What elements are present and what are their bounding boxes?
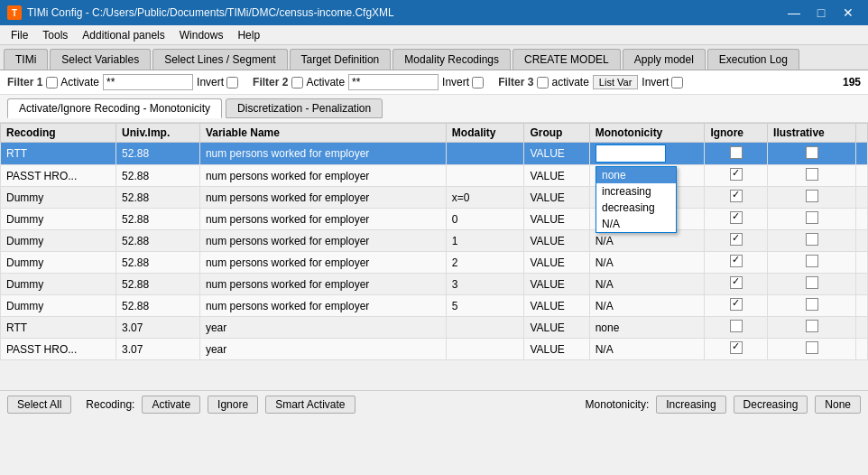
ignore-cell[interactable]: ✓	[705, 274, 768, 295]
filter-2-invert-checkbox[interactable]	[472, 77, 484, 88]
variable-cell: num persons worked for employer	[199, 295, 446, 317]
imp-cell: 52.88	[116, 187, 200, 209]
filter-1-activate-label: Activate	[46, 76, 99, 88]
tab-select-lines[interactable]: Select Lines / Segment	[152, 49, 287, 70]
dropdown-option-decreasing[interactable]: decreasing	[596, 200, 676, 216]
tab-execution-log[interactable]: Execution Log	[707, 49, 799, 70]
tab-timi[interactable]: TIMi	[4, 49, 48, 70]
dropdown-option-na[interactable]: N/A	[596, 216, 676, 232]
ilustrative-cell[interactable]	[768, 252, 856, 274]
col-header-ignore: Ignore	[705, 124, 768, 143]
filter-3-activate-label: activate	[537, 76, 588, 88]
filter-2-group: Filter 2 Activate Invert	[253, 74, 484, 90]
ignore-cell[interactable]	[705, 317, 768, 339]
bottom-bar: Select All Recoding: Activate Ignore Sma…	[0, 390, 868, 417]
tab-target-definition[interactable]: Target Definition	[290, 49, 392, 70]
col-header-univ-imp: Univ.Imp.	[116, 124, 200, 143]
ilustrative-cell[interactable]	[768, 274, 856, 295]
group-cell: VALUE	[524, 339, 589, 360]
filter-1-invert-label: Invert	[197, 76, 238, 88]
monotonicity-cell: N/A	[589, 230, 705, 252]
ilustrative-cell[interactable]	[768, 165, 856, 187]
imp-cell: 52.88	[116, 295, 200, 317]
imp-cell: 52.88	[116, 143, 200, 165]
spacer-cell	[856, 252, 868, 274]
variable-cell: num persons worked for employer	[199, 230, 446, 252]
monotonicity-cell: N/A	[589, 339, 705, 360]
filter-3-list-var-button[interactable]: List Var	[593, 75, 638, 89]
monotonicity-cell: none	[589, 317, 705, 339]
tab-select-variables[interactable]: Select Variables	[50, 49, 151, 70]
sub-tab-bar: Activate/Ignore Recoding - Monotonicity …	[0, 95, 868, 123]
imp-cell: 52.88	[116, 209, 200, 230]
ignore-button[interactable]: Ignore	[208, 396, 258, 414]
filter-1-input[interactable]	[103, 74, 193, 90]
ilustrative-cell[interactable]	[768, 295, 856, 317]
tab-modality-recodings[interactable]: Modality Recodings	[392, 49, 511, 70]
filter-3-group: Filter 3 activate List Var Invert	[498, 75, 683, 89]
maximize-button[interactable]: □	[808, 4, 834, 22]
sub-tab-discretization[interactable]: Discretization - Penalization	[226, 98, 383, 118]
ilustrative-cell[interactable]	[768, 339, 856, 360]
none-button[interactable]: None	[815, 396, 861, 414]
close-button[interactable]: ✕	[836, 4, 861, 22]
tab-create-model[interactable]: CREATE MODEL	[512, 49, 621, 70]
decreasing-button[interactable]: Decreasing	[734, 396, 808, 414]
imp-cell: 52.88	[116, 274, 200, 295]
monotonicity-cell: N/A	[589, 295, 705, 317]
ignore-cell[interactable]: ✓	[705, 230, 768, 252]
table-wrapper[interactable]: Recoding Univ.Imp. Variable Name Modalit…	[0, 123, 868, 390]
group-cell: VALUE	[524, 317, 589, 339]
ignore-cell[interactable]	[705, 143, 768, 165]
monotonicity-dropdown[interactable]: none ▼	[596, 144, 666, 163]
ilustrative-cell[interactable]	[768, 209, 856, 230]
filter-3-invert-checkbox[interactable]	[671, 77, 683, 88]
filter-count: 195	[843, 76, 861, 88]
group-cell: VALUE	[524, 230, 589, 252]
tab-apply-model[interactable]: Apply model	[623, 49, 706, 70]
spacer-cell	[856, 317, 868, 339]
monotonicity-cell[interactable]: none ▼	[589, 143, 705, 165]
menu-windows[interactable]: Windows	[172, 27, 231, 43]
imp-cell: 3.07	[116, 317, 200, 339]
ignore-cell[interactable]: ✓	[705, 252, 768, 274]
filter-1-invert-checkbox[interactable]	[226, 77, 238, 88]
activate-button[interactable]: Activate	[142, 396, 200, 414]
filter-3-label: Filter 3	[498, 76, 533, 88]
menu-help[interactable]: Help	[230, 27, 267, 43]
col-header-modality: Modality	[446, 124, 524, 143]
recoding-label: Recoding:	[86, 398, 134, 411]
main-table: Recoding Univ.Imp. Variable Name Modalit…	[0, 123, 868, 360]
select-all-button[interactable]: Select All	[7, 396, 71, 414]
menu-additional-panels[interactable]: Additional panels	[75, 27, 171, 43]
menu-tools[interactable]: Tools	[35, 27, 75, 43]
ilustrative-cell[interactable]	[768, 317, 856, 339]
filter-3-activate-checkbox[interactable]	[537, 77, 549, 88]
imp-cell: 3.07	[116, 339, 200, 360]
ignore-cell[interactable]: ✓	[705, 165, 768, 187]
ilustrative-cell[interactable]	[768, 143, 856, 165]
ignore-cell[interactable]: ✓	[705, 209, 768, 230]
variable-cell: num persons worked for employer	[199, 165, 446, 187]
title-bar: T TIMi Config - C:/Users/Public/Document…	[0, 0, 868, 25]
ignore-cell[interactable]: ✓	[705, 339, 768, 360]
dropdown-option-increasing[interactable]: increasing	[596, 183, 676, 200]
ilustrative-cell[interactable]	[768, 230, 856, 252]
tab-bar: TIMi Select Variables Select Lines / Seg…	[0, 45, 868, 70]
ilustrative-cell[interactable]	[768, 187, 856, 209]
ignore-cell[interactable]: ✓	[705, 187, 768, 209]
menu-file[interactable]: File	[4, 27, 35, 43]
dropdown-option-none[interactable]: none	[596, 167, 676, 183]
ignore-cell[interactable]: ✓	[705, 295, 768, 317]
filter-1-activate-checkbox[interactable]	[46, 77, 58, 88]
sub-tab-monotonicity[interactable]: Activate/Ignore Recoding - Monotonicity	[7, 98, 222, 118]
filter-2-input[interactable]	[348, 74, 439, 90]
increasing-button[interactable]: Increasing	[656, 396, 725, 414]
variable-cell: num persons worked for employer	[199, 187, 446, 209]
filter-2-invert-label: Invert	[442, 76, 484, 88]
smart-activate-button[interactable]: Smart Activate	[265, 396, 355, 414]
minimize-button[interactable]: —	[781, 4, 807, 22]
filter-2-activate-checkbox[interactable]	[291, 77, 303, 88]
filter-2-activate-text: Activate	[306, 76, 345, 88]
monotonicity-dropdown-popup[interactable]: none increasing decreasing N/A	[596, 166, 677, 233]
